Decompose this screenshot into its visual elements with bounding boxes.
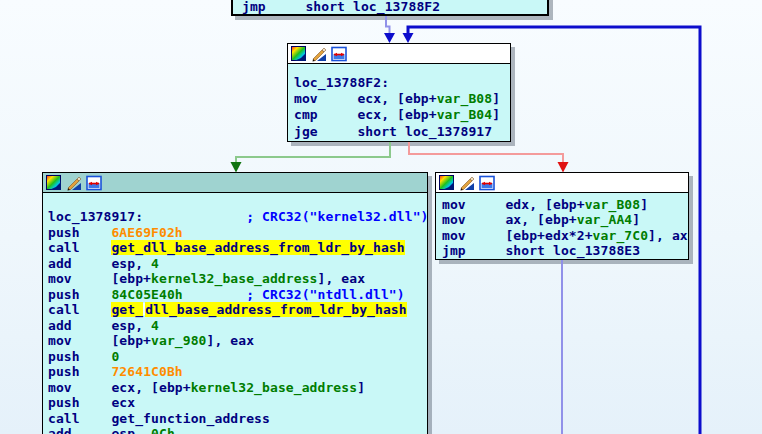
code-line[interactable]: mov [ebp+var_980], eax xyxy=(48,333,427,349)
code-token: ], ax xyxy=(648,228,688,243)
code-token: call xyxy=(48,240,111,255)
block-code: jmp short loc_13788F2 xyxy=(233,0,547,14)
code-token: cmp ecx, [ebp+ xyxy=(294,107,437,122)
code-token: 4 xyxy=(151,256,159,271)
code-line[interactable]: push 6AE69F02h xyxy=(48,225,427,241)
code-line[interactable]: push ecx xyxy=(48,395,427,411)
code-token: call xyxy=(48,302,111,317)
basic-block-array-store[interactable]: mov edx, [ebp+var_B08]mov ax, [ebp+var_A… xyxy=(435,172,689,260)
code-token: loc_1378917: xyxy=(48,209,143,224)
code-token: ], eax xyxy=(318,271,366,286)
code-line[interactable]: mov edx, [ebp+var_B08] xyxy=(442,197,688,212)
code-token: get_dll_base_address_from_ldr_by_hash xyxy=(111,240,404,255)
node-title-bar[interactable] xyxy=(436,173,688,193)
edge-top-arrowhead xyxy=(384,33,395,43)
code-line[interactable]: jge short loc_1378917 xyxy=(294,124,510,140)
code-token: push xyxy=(48,287,111,302)
code-token: ] xyxy=(640,197,648,212)
basic-block-jmp-13788F2[interactable]: jmp short loc_13788F2 xyxy=(231,0,549,16)
basic-block-loc-13788F2[interactable]: loc_13788F2:mov ecx, [ebp+var_B08]cmp ec… xyxy=(287,43,511,142)
code-line[interactable]: jmp short loc_13788F2 xyxy=(242,0,547,14)
code-token xyxy=(143,209,246,224)
code-token: ], eax xyxy=(207,333,255,348)
group-node-icon[interactable] xyxy=(331,46,347,62)
edge-jge-taken-arrowhead xyxy=(231,162,242,173)
code-token: push xyxy=(48,349,111,364)
node-color-icon[interactable] xyxy=(291,46,307,62)
code-token: 4 xyxy=(151,318,159,333)
code-token: mov edx, [ebp+ xyxy=(442,197,585,212)
code-line[interactable]: call get_function_address xyxy=(48,411,427,427)
edit-comment-icon[interactable] xyxy=(459,175,475,191)
node-title-bar[interactable] xyxy=(43,173,427,193)
edge-jge-nottaken xyxy=(409,142,563,163)
block-code: mov edx, [ebp+var_B08]mov ax, [ebp+var_A… xyxy=(436,193,688,259)
edge-loopback-arrowhead xyxy=(403,33,414,43)
code-token: jmp short loc_13788F2 xyxy=(242,0,440,14)
code-token: 6AE69F02h xyxy=(111,225,182,240)
code-line[interactable]: mov ecx, [ebp+kernel32_base_address] xyxy=(48,380,427,396)
code-token: ] xyxy=(632,212,640,227)
code-token: push ecx xyxy=(48,395,135,410)
code-token: jge short loc_1378917 xyxy=(294,124,492,139)
code-token: var_B08 xyxy=(437,91,493,106)
code-token: mov [ebp+edx*2+ xyxy=(442,228,593,243)
code-token: call get_function_address xyxy=(48,411,270,426)
code-token: mov ecx, [ebp+ xyxy=(48,380,191,395)
code-token: mov [ebp+ xyxy=(48,333,151,348)
code-line[interactable]: call get_dll_base_address_from_ldr_by_ha… xyxy=(48,302,427,318)
code-line[interactable]: jmp short loc_13788E3 xyxy=(442,243,688,258)
basic-block-loc-1378917[interactable]: loc_1378917: ; CRC32("kernel32.dll")push… xyxy=(42,172,428,434)
code-token: add esp, xyxy=(48,318,151,333)
code-line[interactable]: push 0 xyxy=(48,349,427,365)
code-token: 84C05E40h xyxy=(111,287,182,302)
code-line[interactable]: mov ecx, [ebp+var_B08] xyxy=(294,91,510,107)
code-line[interactable]: loc_13788F2: xyxy=(294,75,510,91)
code-line[interactable]: cmp ecx, [ebp+var_B04] xyxy=(294,107,510,123)
code-token: loc_13788F2: xyxy=(294,75,389,90)
code-token: push xyxy=(48,364,111,379)
code-token xyxy=(183,287,246,302)
node-color-icon[interactable] xyxy=(439,175,455,191)
edge-jge-nottaken-arrowhead xyxy=(558,162,569,173)
node-color-icon[interactable] xyxy=(46,175,62,191)
graph-view-canvas[interactable]: jmp short loc_13788F2 xyxy=(0,0,762,434)
edge-top-to-13788F2 xyxy=(386,16,390,34)
block-code: loc_1378917: ; CRC32("kernel32.dll")push… xyxy=(43,193,427,434)
code-token: ] xyxy=(492,107,500,122)
code-token: 0 xyxy=(111,349,119,364)
group-node-icon[interactable] xyxy=(479,175,495,191)
code-token: kernel32_base_address xyxy=(151,271,317,286)
code-line[interactable]: mov ax, [ebp+var_AA4] xyxy=(442,212,688,227)
block-code: loc_13788F2:mov ecx, [ebp+var_B08]cmp ec… xyxy=(288,64,510,140)
code-token: ; CRC32("kernel32.dll") xyxy=(246,209,428,224)
code-line[interactable]: call get_dll_base_address_from_ldr_by_ha… xyxy=(48,240,427,256)
code-line[interactable]: loc_1378917: ; CRC32("kernel32.dll") xyxy=(48,209,427,225)
group-node-icon[interactable] xyxy=(86,175,102,191)
code-token: var_B04 xyxy=(437,107,493,122)
code-token: kernel32_base_address xyxy=(191,380,357,395)
code-token: jmp short loc_13788E3 xyxy=(442,243,640,258)
code-token: dll_base_address_from_ldr_by_hash xyxy=(145,302,407,317)
code-token: add esp, xyxy=(48,256,151,271)
code-line[interactable]: add esp, 4 xyxy=(48,318,427,334)
code-line[interactable]: add esp, 4 xyxy=(48,256,427,272)
code-line[interactable]: mov [ebp+edx*2+var_7C0], ax xyxy=(442,228,688,243)
code-token: mov [ebp+ xyxy=(48,271,151,286)
code-token: 72641C0Bh xyxy=(111,364,182,379)
code-token: ] xyxy=(357,380,365,395)
code-line[interactable]: add esp, 0Ch xyxy=(48,426,427,434)
code-line[interactable]: mov [ebp+kernel32_base_address], eax xyxy=(48,271,427,287)
code-token: var_980 xyxy=(151,333,207,348)
code-line[interactable]: push 72641C0Bh xyxy=(48,364,427,380)
code-token: ] xyxy=(492,91,500,106)
code-line[interactable]: push 84C05E40h ; CRC32("ntdll.dll") xyxy=(48,287,427,303)
code-token: var_AA4 xyxy=(577,212,633,227)
code-token: get_ xyxy=(111,302,143,317)
edge-jge-taken xyxy=(236,142,390,163)
edit-comment-icon[interactable] xyxy=(66,175,82,191)
node-title-bar[interactable] xyxy=(288,44,510,64)
edit-comment-icon[interactable] xyxy=(311,46,327,62)
code-token: 0Ch xyxy=(151,426,175,434)
code-token: add esp, xyxy=(48,426,151,434)
